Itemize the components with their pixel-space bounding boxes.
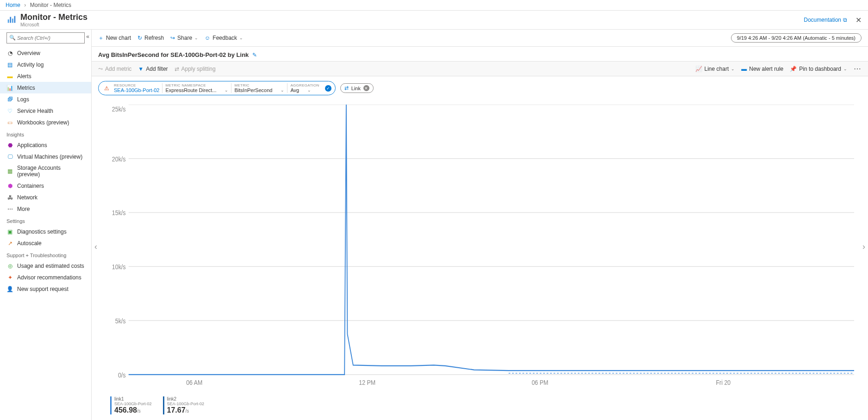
sidebar-item-diagnostics[interactable]: ▣Diagnostics settings [0,226,91,237]
line-chart-icon: 📈 [695,66,702,72]
feedback-icon: ☺ [205,35,210,41]
sidebar-item-workbooks[interactable]: ▭Workbooks (preview) [0,117,91,128]
share-icon: ↪ [170,35,175,41]
chart-type-dropdown[interactable]: 📈Line chart ⌄ [695,66,735,72]
workbook-icon: ▭ [6,119,13,126]
sidebar-item-more[interactable]: ⋯More [0,203,91,215]
more-options-button[interactable]: ⋯ [854,64,862,73]
apply-splitting-button[interactable]: ⇄Apply splitting [175,66,216,72]
page-header: Monitor - Metrics Microsoft Documentatio… [0,11,868,30]
sidebar-item-containers[interactable]: ⬢Containers [0,180,91,191]
plus-icon: ＋ [98,34,104,42]
remove-split-icon[interactable]: ✕ [363,85,369,91]
sidebar-item-autoscale[interactable]: ↗Autoscale [0,237,91,249]
chevron-down-icon: ⌄ [225,88,228,93]
sidebar: « 🔍 ◔Overview ▤Activity log ▬Alerts 📊Met… [0,30,92,420]
logs-icon: 🗊 [6,96,13,103]
metric-query-pill: ⚠ RESOURCE SEA-100Gb-Port-02 METRIC NAME… [98,81,336,95]
svg-rect-3 [14,16,16,23]
external-link-icon: ⧉ [843,17,847,23]
autoscale-icon: ↗ [6,240,13,247]
documentation-link[interactable]: Documentation ⧉ [804,17,847,23]
sidebar-item-advisor[interactable]: ✦Advisor recommendations [0,272,91,283]
edit-title-icon[interactable]: ✎ [252,52,257,58]
svg-text:5k/s: 5k/s [115,317,126,325]
sidebar-item-network[interactable]: 🖧Network [0,191,91,203]
sidebar-item-storage-accounts[interactable]: ▦Storage Accounts (preview) [0,162,91,180]
pin-icon: 📌 [790,66,797,72]
chart-title: Avg BitsInPerSecond for SEA-100Gb-Port-0… [98,51,249,58]
diagnostics-icon: ▣ [6,228,13,235]
network-icon: 🖧 [6,194,13,201]
alert-icon: ▬ [741,66,747,72]
search-input[interactable] [6,32,85,43]
chart-next-icon[interactable]: › [862,241,865,251]
breadcrumb: Home › Monitor - Metrics [0,0,868,11]
log-icon: ▤ [6,61,13,68]
split-link-pill[interactable]: ⇄ Link ✕ [340,83,374,93]
vm-icon: 🖵 [6,153,13,160]
page-title: Monitor - Metrics [20,12,87,22]
svg-text:06 PM: 06 PM [531,379,548,386]
add-filter-button[interactable]: ▼Add filter [138,66,168,72]
refresh-button[interactable]: ↻Refresh [137,35,164,41]
legend-item-link2[interactable]: link2 SEA-100Gb-Port-02 17.67/s [163,396,205,414]
chart-legend: link1 SEA-100Gb-Port-02 456.98/s link2 S… [92,393,868,420]
svg-text:15k/s: 15k/s [112,209,126,216]
feedback-button[interactable]: ☺Feedback ⌄ [205,35,243,41]
chevron-down-icon: ⌄ [307,88,311,93]
sidebar-item-logs[interactable]: 🗊Logs [0,93,91,105]
svg-rect-1 [10,17,11,23]
sidebar-item-alerts[interactable]: ▬Alerts [0,70,91,82]
chart-prev-icon[interactable]: ‹ [94,241,97,251]
advisor-icon: ✦ [6,274,13,281]
sidebar-item-usage[interactable]: ◎Usage and estimated costs [0,260,91,272]
series-link1 [129,105,854,375]
metric-field[interactable]: METRIC BitsInPerSecond⌄ [231,83,287,93]
containers-icon: ⬢ [6,182,13,189]
breadcrumb-home[interactable]: Home [6,2,20,8]
sidebar-item-overview[interactable]: ◔Overview [0,47,91,59]
chart-plot[interactable]: 0/s 5k/s 10k/s 15k/s 20k/s 25k/s 06 AM 1… [106,105,854,388]
search-icon: 🔍 [9,35,16,41]
namespace-field[interactable]: METRIC NAMESPACE ExpressRoute Direct...⌄ [162,83,231,93]
chart-area: ‹ › 0/s 5k/s 10k/s [92,100,868,393]
new-chart-button[interactable]: ＋New chart [98,34,131,42]
query-row: ⚠ RESOURCE SEA-100Gb-Port-02 METRIC NAME… [92,76,868,100]
split-icon: ⇄ [344,85,349,91]
storage-icon: ▦ [6,168,13,175]
new-alert-button[interactable]: ▬New alert rule [741,66,783,72]
svg-text:06 AM: 06 AM [186,379,202,386]
share-button[interactable]: ↪Share ⌄ [170,35,198,41]
add-metric-button[interactable]: ⤳Add metric [98,66,131,72]
svg-text:12 PM: 12 PM [359,379,375,386]
time-range-picker[interactable]: 9/19 4:26 AM - 9/20 4:26 AM (Automatic -… [731,33,862,43]
chevron-down-icon: ⌄ [281,88,284,93]
split-icon: ⇄ [175,66,179,72]
svg-text:25k/s: 25k/s [112,105,126,113]
svg-text:10k/s: 10k/s [112,263,126,271]
sidebar-item-virtual-machines[interactable]: 🖵Virtual Machines (preview) [0,151,91,162]
aggregation-field[interactable]: AGGREGATION Avg⌄ [287,83,322,93]
support-icon: 👤 [6,285,13,292]
sidebar-item-activity-log[interactable]: ▤Activity log [0,59,91,70]
warning-icon: ⚠ [104,85,109,92]
svg-rect-0 [8,19,9,23]
svg-text:Fri 20: Fri 20 [716,379,731,386]
svg-text:20k/s: 20k/s [112,155,126,163]
sidebar-group-support: Support + Troubleshooting [0,249,91,260]
sidebar-item-metrics[interactable]: 📊Metrics [0,82,91,93]
resource-field[interactable]: RESOURCE SEA-100Gb-Port-02 [111,83,162,93]
sidebar-item-applications[interactable]: ⬣Applications [0,139,91,151]
svg-rect-2 [12,19,13,23]
query-confirm-icon[interactable]: ✓ [325,85,331,92]
metrics-icon: 📊 [6,84,13,91]
close-icon[interactable]: ✕ [856,16,862,25]
sidebar-item-support-request[interactable]: 👤New support request [0,283,91,295]
sidebar-item-service-health[interactable]: ♡Service Health [0,105,91,117]
usage-icon: ◎ [6,262,13,269]
legend-item-link1[interactable]: link1 SEA-100Gb-Port-02 456.98/s [110,396,152,414]
overview-icon: ◔ [6,49,13,56]
pin-dashboard-button[interactable]: 📌Pin to dashboard ⌄ [790,66,847,72]
app-icon: ⬣ [6,142,13,148]
